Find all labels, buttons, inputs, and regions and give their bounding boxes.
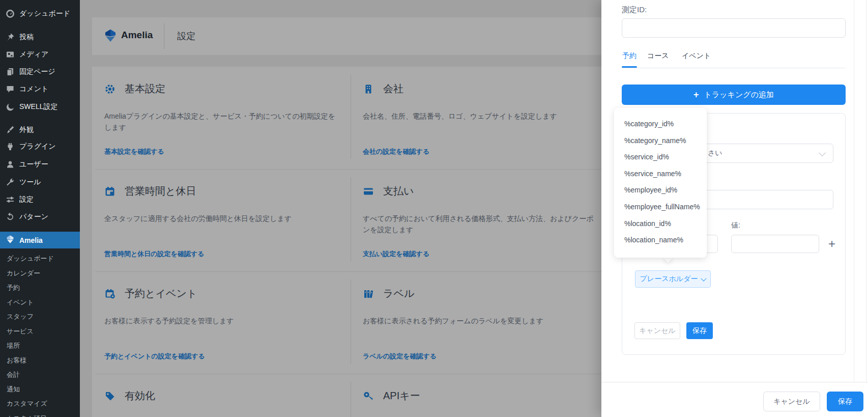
submenu-item-staff[interactable]: スタッフ [0,311,80,322]
appearance-icon [6,125,15,134]
sidebar-item-label: 外観 [19,125,34,134]
sidebar-item-label: メディア [19,50,48,59]
sidebar-item-swell[interactable]: SWELL設定 [0,98,80,116]
dropdown-item-category-id[interactable]: %category_id% [614,116,707,132]
active-tab-underline [622,66,637,68]
submenu-item-custom-fields[interactable]: カスタム項目 [0,413,80,417]
sidebar-item-label: ユーザー [19,160,48,169]
sidebar-item-users[interactable]: ユーザー [0,156,80,173]
sidebar-item-pages[interactable]: 固定ページ [0,63,80,80]
sidebar-item-label: ダッシュボード [19,9,70,18]
amelia-settings-page: ダッシュボード 投稿 メディア 固定ページ コメント SWELL設定 外観 [0,0,868,417]
placeholder-dropdown-button[interactable]: プレースホルダー [635,270,711,288]
tab-packages[interactable]: コース [647,51,669,61]
scrollbar-track-border [854,0,854,382]
users-icon [6,160,15,169]
sidebar-item-posts[interactable]: 投稿 [0,29,80,46]
value-label: 値: [731,221,740,230]
sidebar-item-label: Amelia [19,236,43,244]
scrollbar-track-border [866,0,866,382]
submenu-item-appointments[interactable]: 予約 [0,282,80,293]
wp-admin-sidebar: ダッシュボード 投稿 メディア 固定ページ コメント SWELL設定 外観 [0,0,80,417]
sidebar-item-label: 投稿 [19,33,34,42]
select-value-fragment: さい [708,149,722,158]
swell-icon [6,102,15,112]
add-tracking-button[interactable]: + トラッキングの追加 [622,85,846,105]
dropdown-item-employee-id[interactable]: %employee_id% [614,182,707,199]
patterns-icon [6,212,15,221]
add-pair-button[interactable]: + [824,235,840,253]
dropdown-item-location-name[interactable]: %location_name% [614,232,707,248]
sidebar-item-comments[interactable]: コメント [0,80,80,98]
sidebar-item-label: ツール [19,178,41,187]
sidebar-item-label: SWELL設定 [19,102,57,112]
sidebar-item-label: プラグイン [19,142,56,151]
amelia-logo-icon [6,235,15,245]
sidebar-item-settings[interactable]: 設定 [0,191,80,208]
sidebar-item-label: 設定 [19,195,34,204]
measurement-id-label: 測定ID: [622,5,647,15]
chevron-down-icon [819,149,826,156]
tab-appointments[interactable]: 予約 [622,51,636,61]
media-icon [6,50,15,59]
tab-events[interactable]: イベント [682,51,711,61]
submenu-item-finance[interactable]: 会計 [0,369,80,380]
drawer-save-button[interactable]: 保存 [827,392,863,411]
plugins-icon [6,142,15,151]
drawer-footer: キャンセル 保存 [601,382,868,417]
sidebar-item-media[interactable]: メディア [0,46,80,63]
submenu-item-notifications[interactable]: 通知 [0,384,80,395]
submenu-item-events[interactable]: イベント [0,297,80,308]
data-value-input[interactable] [731,235,819,253]
sidebar-item-plugins[interactable]: プラグイン [0,138,80,155]
tabs-divider [622,68,846,68]
sidebar-item-patterns[interactable]: パターン [0,208,80,226]
dropdown-item-employee-fullname[interactable]: %employee_fullName% [614,199,707,215]
sidebar-item-amelia-active[interactable]: Amelia [0,232,80,248]
plus-icon: + [693,90,699,99]
dashboard-icon [6,9,15,18]
tracking-cancel-button[interactable]: キャンセル [634,322,680,339]
measurement-id-input[interactable] [622,18,846,38]
submenu-item-locations[interactable]: 場所 [0,340,80,351]
sidebar-item-label: 固定ページ [19,67,55,76]
placeholder-button-label: プレースホルダー [640,274,698,284]
chevron-down-icon [701,275,707,281]
drawer-cancel-button[interactable]: キャンセル [763,392,820,411]
pushpin-icon [6,33,15,42]
submenu-item-calendar[interactable]: カレンダー [0,268,80,279]
submenu-item-customize[interactable]: カスタマイズ [0,398,80,409]
dropdown-item-service-id[interactable]: %service_id% [614,149,707,165]
sidebar-item-dashboard[interactable]: ダッシュボード [0,5,80,22]
placeholder-dropdown: %category_id% %category_name% %service_i… [614,108,707,258]
dropdown-item-location-id[interactable]: %location_id% [614,215,707,232]
submenu-item-dashboard[interactable]: ダッシュボード [0,253,80,264]
dropdown-item-service-name[interactable]: %service_name% [614,165,707,182]
tracking-save-button[interactable]: 保存 [686,322,713,339]
pages-icon [6,67,15,76]
sidebar-item-label: コメント [19,85,48,94]
submenu-item-services[interactable]: サービス [0,326,80,337]
tools-icon [6,178,15,187]
sidebar-item-tools[interactable]: ツール [0,174,80,191]
sidebar-item-label: パターン [19,212,48,221]
comments-icon [6,85,15,94]
sidebar-item-appearance[interactable]: 外観 [0,121,80,138]
submenu-item-customers[interactable]: お客様 [0,355,80,366]
add-tracking-label: トラッキングの追加 [704,90,774,100]
dropdown-item-category-name[interactable]: %category_name% [614,132,707,149]
settings-icon [6,195,15,204]
